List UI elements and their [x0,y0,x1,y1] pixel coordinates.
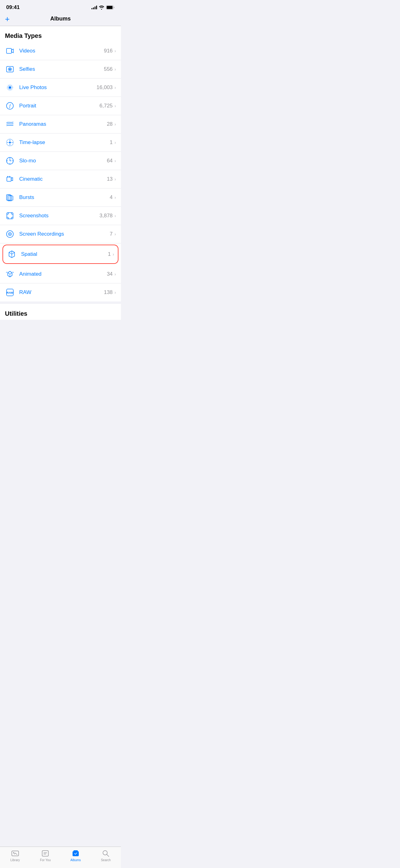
raw-icon: RAW [5,287,15,298]
slomo-count: 64 [107,158,112,164]
portrait-count: 6,725 [100,103,113,109]
screenshots-label: Screenshots [19,213,100,219]
status-time: 09:41 [6,4,20,10]
wifi-icon [99,6,104,10]
livephotos-label: Live Photos [19,85,96,91]
timelapse-icon [5,137,15,148]
panoramas-chevron: › [114,122,116,127]
cinematic-chevron: › [114,177,116,182]
media-types-title: Media Types [5,32,42,39]
add-button[interactable]: + [5,15,10,23]
svg-rect-1 [107,6,112,9]
slomo-label: Slo-mo [19,158,107,164]
battery-icon [106,5,115,10]
list-item-cinematic[interactable]: Cinematic 13 › [0,170,121,188]
raw-count: 138 [104,289,112,296]
portrait-label: Portrait [19,103,100,109]
panoramas-label: Panoramas [19,121,107,127]
slomo-chevron: › [114,158,116,163]
screenrecordings-count: 7 [110,231,112,237]
screenrecordings-chevron: › [114,231,116,237]
content-area: Media Types Videos 916 › Selfies 556 › [0,26,121,320]
videos-icon [5,46,15,56]
media-types-section-header: Media Types [0,26,121,42]
cinematic-icon [5,174,15,184]
utilities-title: Utilities [5,310,27,317]
list-item-videos[interactable]: Videos 916 › [0,42,121,60]
timelapse-chevron: › [114,140,116,145]
spatial-icon [7,249,17,259]
portrait-chevron: › [114,103,116,108]
animated-label: Animated [19,271,107,277]
livephotos-count: 16,003 [96,85,112,91]
list-item-livephotos[interactable]: Live Photos 16,003 › [0,79,121,97]
svg-point-5 [9,69,10,70]
raw-chevron: › [114,290,116,295]
videos-chevron: › [114,49,116,53]
list-item-portrait[interactable]: f Portrait 6,725 › [0,97,121,115]
bursts-chevron: › [114,195,116,200]
livephotos-chevron: › [114,85,116,90]
selfies-chevron: › [114,67,116,72]
raw-label: RAW [19,289,104,296]
animated-count: 34 [107,271,112,277]
svg-text:RAW: RAW [7,291,14,294]
screenrecordings-icon [5,229,15,239]
svg-rect-27 [9,196,13,200]
timelapse-count: 1 [110,140,112,146]
list-item-animated[interactable]: Animated 34 › [0,265,121,283]
svg-point-31 [9,234,10,235]
svg-point-6 [9,86,11,89]
panoramas-count: 28 [107,121,112,127]
list-item-spatial[interactable]: Spatial 1 › [2,245,119,264]
screenrecordings-label: Screen Recordings [19,231,110,237]
list-item-panoramas[interactable]: Panoramas 28 › [0,115,121,133]
screenshots-count: 3,878 [100,213,113,219]
timelapse-label: Time-lapse [19,140,110,146]
list-item-screenshots[interactable]: Screenshots 3,878 › [0,207,121,225]
portrait-icon: f [5,101,15,111]
bursts-icon [5,192,15,203]
signal-icon [92,6,97,9]
cinematic-label: Cinematic [19,176,107,182]
animated-chevron: › [114,272,116,277]
screenshots-icon [5,211,15,221]
page-title: Albums [50,16,71,22]
utilities-section-header: Utilities [0,302,121,320]
svg-rect-22 [7,177,11,181]
list-item-selfies[interactable]: Selfies 556 › [0,60,121,79]
panoramas-icon [5,119,15,129]
svg-text:f: f [9,104,11,108]
livephotos-icon [5,83,15,93]
screenshots-chevron: › [114,213,116,218]
cinematic-count: 13 [107,176,112,182]
animated-icon [5,269,15,279]
selfies-label: Selfies [19,66,104,72]
spatial-count: 1 [108,251,111,257]
videos-count: 916 [104,48,112,54]
selfies-icon [5,64,15,74]
selfies-count: 556 [104,66,112,72]
list-item-slomo[interactable]: Slo-mo 64 › [0,152,121,170]
svg-rect-23 [7,176,8,178]
svg-rect-28 [7,213,13,219]
nav-bar: + Albums [0,13,121,26]
bursts-label: Bursts [19,194,110,200]
list-item-bursts[interactable]: Bursts 4 › [0,188,121,207]
videos-label: Videos [19,48,104,54]
list-item-timelapse[interactable]: Time-lapse 1 › [0,133,121,152]
svg-rect-2 [6,49,11,53]
status-bar: 09:41 [0,0,121,13]
status-icons [92,5,115,10]
bursts-count: 4 [110,194,112,200]
list-item-raw[interactable]: RAW RAW 138 › [0,283,121,302]
list-item-screenrecordings[interactable]: Screen Recordings 7 › [0,225,121,243]
spatial-label: Spatial [21,251,108,257]
slomo-icon [5,156,15,166]
svg-point-16 [9,142,11,144]
spatial-chevron: › [112,252,114,257]
svg-rect-24 [9,176,10,178]
